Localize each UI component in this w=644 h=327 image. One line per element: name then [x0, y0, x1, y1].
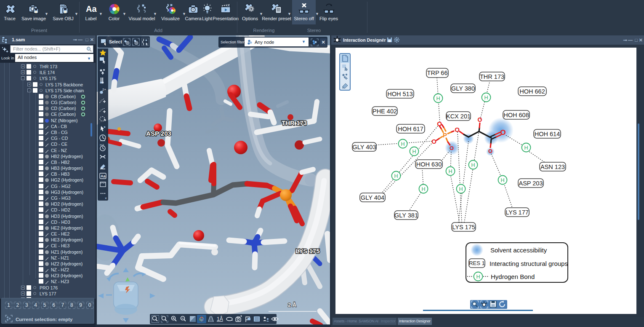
svg-text:O: O: [478, 116, 482, 123]
svg-text:O: O: [450, 145, 454, 151]
svg-text:H: H: [484, 95, 488, 101]
svg-text:H: H: [476, 274, 480, 280]
svg-text:H: H: [436, 96, 440, 102]
svg-text:2+: 2+: [102, 88, 106, 91]
svg-text:ASP 203: ASP 203: [519, 180, 543, 187]
svg-text:ASP 203: ASP 203: [146, 130, 171, 137]
svg-text:H: H: [500, 177, 504, 183]
svg-text:HOH 614: HOH 614: [535, 131, 560, 137]
svg-text:O: O: [437, 120, 442, 127]
svg-text:O: O: [500, 129, 506, 137]
svg-text:GLY 380: GLY 380: [451, 85, 475, 92]
svg-text:KCX 201: KCX 201: [446, 113, 471, 120]
svg-text:TRP 66: TRP 66: [427, 70, 448, 76]
svg-text:Aa: Aa: [86, 4, 97, 13]
svg-text:Solvent accessibility: Solvent accessibility: [490, 247, 547, 254]
svg-text:Aa: Aa: [101, 174, 106, 178]
svg-text:H: H: [471, 162, 475, 168]
svg-text:1Å: 1Å: [217, 316, 223, 322]
svg-text:H: H: [459, 186, 463, 192]
svg-text:Interacting structural groups: Interacting structural groups: [490, 260, 568, 267]
svg-text:PHE 402: PHE 402: [373, 108, 397, 115]
svg-text:GLY 403: GLY 403: [353, 144, 376, 150]
svg-text:THR 173: THR 173: [282, 119, 307, 126]
svg-text:GLY 381: GLY 381: [394, 212, 418, 219]
svg-text:O: O: [431, 138, 436, 145]
svg-text:2 Å: 2 Å: [288, 302, 297, 308]
svg-text:HOH 513: HOH 513: [387, 91, 412, 97]
svg-text:O: O: [488, 148, 492, 154]
svg-text:Hydrogen Bond: Hydrogen Bond: [491, 273, 535, 280]
svg-text:HOH 662: HOH 662: [519, 88, 545, 95]
svg-text:H: H: [394, 173, 398, 179]
svg-text:ASN 123: ASN 123: [540, 164, 565, 170]
svg-text:P: P: [443, 131, 447, 139]
svg-text:O: O: [455, 126, 460, 133]
svg-text:GLY 404: GLY 404: [361, 194, 384, 201]
svg-text:H: H: [524, 145, 528, 151]
svg-text:LYS 177: LYS 177: [506, 209, 529, 216]
svg-text:H: H: [401, 141, 404, 147]
svg-text:HOH 630: HOH 630: [416, 161, 442, 168]
svg-text:H: H: [421, 186, 425, 192]
svg-text:HOH 608: HOH 608: [503, 112, 529, 118]
svg-text:HOH 617: HOH 617: [398, 126, 423, 132]
svg-text:RES 1: RES 1: [469, 260, 485, 266]
svg-text:OBJ: OBJ: [61, 5, 65, 8]
svg-text:LYS 175: LYS 175: [452, 224, 475, 231]
svg-text:H: H: [448, 169, 452, 174]
svg-text:H: H: [412, 149, 416, 155]
svg-text:THR 173: THR 173: [480, 73, 504, 80]
svg-text:LYS 175: LYS 175: [296, 247, 320, 255]
